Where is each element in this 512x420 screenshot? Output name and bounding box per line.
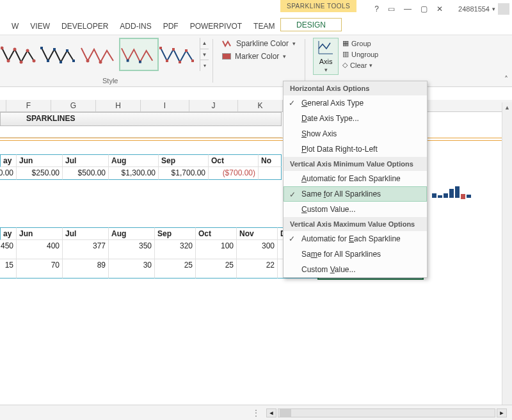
ribbon-tab[interactable]: POWERPIVOT	[190, 19, 242, 33]
cell[interactable]: No	[259, 154, 282, 167]
cell[interactable]: 300	[237, 240, 278, 259]
help-icon[interactable]: ?	[374, 4, 379, 13]
sheet-tab-scroll-icon[interactable]: ⋮	[252, 408, 261, 417]
menu-item[interactable]: Plot Data Right-to-Left	[284, 141, 427, 157]
ribbon-tab[interactable]: Team	[253, 19, 275, 33]
cell[interactable]: $250.00	[17, 167, 63, 180]
style-group-label: Style	[102, 77, 118, 85]
ribbon-tab[interactable]: ADD-INS	[120, 19, 151, 33]
cell[interactable]: 377	[63, 240, 109, 259]
ribbon-tab[interactable]: W	[12, 19, 19, 33]
scroll-down-icon[interactable]: ▼	[200, 49, 209, 61]
minimize-icon[interactable]: —	[404, 4, 412, 13]
svg-rect-16	[159, 47, 162, 49]
ribbon-tab[interactable]: PDF	[163, 19, 179, 33]
scroll-track[interactable]	[278, 408, 495, 417]
close-icon[interactable]: ✕	[436, 4, 443, 13]
axis-group: Axis ▾ ▦Group ▥Ungroup ◇Clear ▾	[309, 35, 382, 86]
style-thumb[interactable]	[0, 38, 40, 71]
cell[interactable]: $500.00	[0, 167, 17, 180]
cell[interactable]: 450	[0, 240, 17, 259]
menu-item[interactable]: ✓General Axis Type	[284, 95, 427, 111]
cell[interactable]: ay	[0, 154, 17, 167]
svg-point-5	[33, 60, 36, 63]
cell[interactable]: 350	[109, 240, 155, 259]
ungroup-button[interactable]: ▥Ungroup	[342, 50, 378, 58]
menu-item[interactable]: Same for All Sparklines	[284, 246, 427, 262]
menu-item-highlighted[interactable]: ✓Same for All Sparklines	[284, 186, 427, 202]
gallery-more-icon[interactable]: ▾	[200, 60, 209, 71]
cell[interactable]: 25	[196, 259, 237, 279]
sparkline-color-btn[interactable]: Sparkline Color▾	[222, 39, 296, 48]
cell[interactable]: Sep	[159, 154, 209, 167]
cell[interactable]: ay	[0, 227, 17, 240]
ribbon-display-icon[interactable]: ▭	[388, 4, 395, 13]
cell[interactable]: Nov	[237, 227, 278, 240]
svg-point-2	[13, 48, 17, 51]
cell[interactable]: 320	[155, 240, 196, 259]
cell[interactable]: Oct	[209, 154, 259, 167]
scroll-thumb[interactable]	[280, 409, 291, 417]
clear-button[interactable]: ◇Clear ▾	[342, 61, 378, 69]
marker-color-btn[interactable]: Marker Color▾	[222, 52, 296, 61]
style-thumb-selected[interactable]	[119, 38, 159, 71]
cell[interactable]: 100	[196, 240, 237, 259]
cell[interactable]: 22	[237, 259, 278, 279]
cell-negative[interactable]: ($700.00)	[209, 167, 259, 180]
column-sparkline[interactable]	[430, 187, 488, 200]
col-header[interactable]: F	[6, 100, 51, 111]
cell[interactable]: Jul	[63, 154, 109, 167]
restore-icon[interactable]: ▢	[420, 4, 428, 13]
cell[interactable]: 15	[0, 259, 17, 279]
cell[interactable]: Jun	[17, 227, 63, 240]
cell[interactable]: $1,300.00	[109, 167, 159, 180]
cell[interactable]: 400	[17, 240, 63, 259]
scroll-right-icon[interactable]: ►	[497, 408, 507, 417]
cell[interactable]: 70	[17, 259, 63, 279]
group-button[interactable]: ▦Group	[342, 39, 378, 47]
style-thumb[interactable]	[159, 38, 198, 71]
menu-item[interactable]: Custom Value...	[284, 262, 427, 277]
menu-item[interactable]: ✓Automatic for Each Sparkline	[284, 231, 427, 246]
cell[interactable]: 30	[109, 259, 155, 279]
worksheet[interactable]: F G H I J K SPARKLINES ay Jun Jul Aug Se…	[0, 87, 512, 405]
scroll-up-icon[interactable]: ▲	[200, 38, 209, 49]
cell[interactable]: $500.00	[63, 167, 109, 180]
vertical-scrollbar[interactable]: ▲	[502, 102, 512, 405]
cell[interactable]: Jun	[17, 154, 63, 167]
cell[interactable]: Aug	[109, 227, 155, 240]
user-account[interactable]: 24881554 ▾	[458, 3, 509, 15]
menu-section-header: Vertical Axis Minimum Value Options	[284, 157, 427, 171]
cell[interactable]: 89	[63, 259, 109, 279]
style-thumb[interactable]	[40, 38, 79, 71]
scroll-left-icon[interactable]: ◄	[266, 408, 276, 417]
col-header[interactable]: H	[96, 100, 141, 111]
gallery-scroll[interactable]: ▲ ▼ ▾	[200, 38, 209, 71]
tab-design[interactable]: DESIGN	[280, 18, 342, 31]
menu-item[interactable]: Custom Value...	[284, 202, 427, 217]
col-header[interactable]: G	[51, 100, 96, 111]
cell[interactable]: Jul	[63, 227, 109, 240]
menu-item[interactable]: Date Axis Type...	[284, 111, 427, 126]
cell[interactable]: Sep	[155, 227, 196, 240]
cell[interactable]: Oct	[196, 227, 237, 240]
axis-button[interactable]: Axis ▾	[313, 38, 339, 75]
scroll-up-icon[interactable]: ▲	[502, 102, 512, 113]
svg-rect-7	[47, 60, 49, 62]
svg-point-4	[26, 49, 29, 52]
style-thumb[interactable]	[79, 38, 119, 71]
cell[interactable]	[259, 167, 282, 180]
col-header[interactable]: K	[238, 100, 283, 111]
ribbon-tab[interactable]: VIEW	[30, 19, 50, 33]
menu-item[interactable]: Show Axis	[284, 126, 427, 141]
style-gallery[interactable]	[0, 35, 200, 76]
col-header[interactable]: J	[189, 100, 238, 111]
ribbon-tab[interactable]: DEVELOPER	[61, 19, 108, 33]
cell[interactable]: $1,700.00	[159, 167, 209, 180]
collapse-ribbon-icon[interactable]: ˄	[504, 75, 508, 84]
cell[interactable]: Aug	[109, 154, 159, 167]
cell[interactable]: 25	[155, 259, 196, 279]
col-header[interactable]: I	[141, 100, 189, 111]
menu-item[interactable]: Automatic for Each Sparkline	[284, 171, 427, 186]
horizontal-scrollbar[interactable]: ⋮ ◄ ►	[252, 408, 512, 417]
